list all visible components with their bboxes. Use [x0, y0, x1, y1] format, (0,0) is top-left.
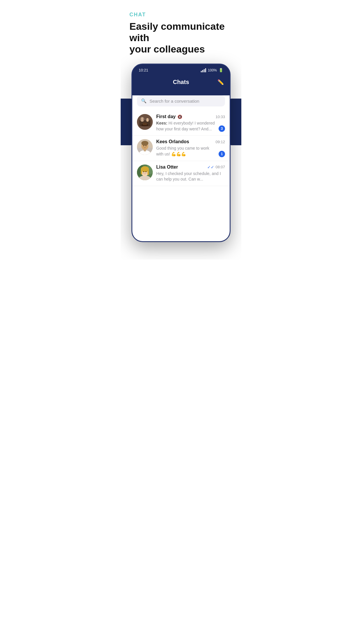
svg-point-17: [146, 146, 147, 146]
svg-rect-9: [143, 123, 147, 125]
svg-point-15: [141, 141, 148, 146]
svg-point-27: [143, 171, 144, 172]
chat-item-kees[interactable]: Kees Orlandos 09:12 Good thing you came …: [132, 136, 230, 161]
search-placeholder-text: Search for a conversation: [150, 99, 199, 104]
status-time: 10:21: [139, 68, 148, 72]
chat-name-lisa: Lisa Otter: [156, 164, 178, 170]
avatar-kees: [137, 139, 153, 155]
compose-icon[interactable]: ✏️: [217, 79, 224, 85]
chat-name-row-first-day: First day 🔇: [156, 114, 182, 119]
status-icons: 100% 🔋: [201, 68, 223, 72]
time-with-check-lisa: ✓✓ 08:07: [207, 165, 225, 169]
badge-wrap-kees: 1: [219, 151, 225, 157]
chat-body-lisa: Lisa Otter ✓✓ 08:07 Hey, I checked your …: [156, 164, 225, 182]
svg-point-3: [141, 117, 143, 120]
chat-item-lisa[interactable]: Lisa Otter ✓✓ 08:07 Hey, I checked your …: [132, 161, 230, 186]
chat-time-first-day: 10:33: [215, 115, 225, 119]
chat-name-row-lisa: Lisa Otter: [156, 164, 178, 170]
headline: Easily communicate with your colleagues: [129, 21, 233, 55]
chat-time-kees: 09:12: [215, 140, 225, 144]
unread-badge-kees: 1: [219, 151, 225, 157]
battery-percent: 100%: [208, 68, 217, 72]
svg-rect-4: [141, 119, 143, 122]
chat-preview-first-day: Kees: Hi everybody! I wondered how your …: [156, 120, 216, 132]
app-title: Chats: [173, 79, 189, 85]
chat-bottom-row-kees: Good thing you came to work with us! 💪💪💪…: [156, 146, 225, 157]
app-content: 🔍 Search for a conversation: [132, 95, 230, 241]
search-bar[interactable]: 🔍 Search for a conversation: [137, 95, 225, 106]
left-deco: [121, 99, 132, 145]
chat-preview-lisa: Hey, I checked your schedule, and I can …: [156, 171, 225, 182]
chat-name-kees: Kees Orlandos: [156, 139, 189, 144]
chat-time-lisa: 08:07: [215, 165, 225, 169]
chat-top-row-first-day: First day 🔇 10:33: [156, 114, 225, 119]
header-section: CHAT Easily communicate with your collea…: [121, 0, 241, 64]
chat-name-row-kees: Kees Orlandos: [156, 139, 189, 144]
chat-body-kees: Kees Orlandos 09:12 Good thing you came …: [156, 139, 225, 157]
badge-wrap-first-day: 3: [219, 125, 225, 132]
chat-list: First day 🔇 10:33 Kees: Hi everybody! I …: [132, 109, 230, 187]
svg-point-28: [145, 171, 147, 172]
avatar-kees-svg: [137, 139, 153, 155]
phone-frame: 10:21 100% 🔋 Chats ✏️: [131, 64, 231, 242]
svg-point-16: [143, 146, 144, 146]
battery-icon: 🔋: [219, 68, 223, 72]
chat-tag-label: CHAT: [129, 12, 233, 18]
signal-icon: [201, 68, 206, 72]
chat-bottom-row-lisa: Hey, I checked your schedule, and I can …: [156, 171, 225, 182]
chat-body-first-day: First day 🔇 10:33 Kees: Hi everybody! I …: [156, 114, 225, 132]
svg-rect-25: [141, 169, 142, 174]
search-icon: 🔍: [141, 98, 147, 104]
read-check-icon-lisa: ✓✓: [207, 165, 214, 169]
chat-name-first-day: First day: [156, 114, 176, 119]
status-bar: 10:21 100% 🔋: [132, 64, 230, 75]
headline-line1: Easily communicate with: [129, 21, 225, 43]
chat-preview-kees: Good thing you came to work with us! 💪💪💪: [156, 146, 216, 157]
right-deco: [230, 99, 241, 145]
chat-bottom-row-first-day: Kees: Hi everybody! I wondered how your …: [156, 120, 225, 132]
unread-badge-first-day: 3: [219, 125, 225, 132]
svg-rect-7: [147, 120, 148, 122]
page-wrapper: CHAT Easily communicate with your collea…: [121, 0, 241, 260]
chat-top-row-kees: Kees Orlandos 09:12: [156, 139, 225, 144]
headline-line2: your colleagues: [129, 43, 205, 55]
avatar-lisa: [137, 164, 153, 180]
avatar-group-svg: [137, 114, 153, 130]
chat-item-first-day[interactable]: First day 🔇 10:33 Kees: Hi everybody! I …: [132, 111, 230, 136]
avatar-lisa-svg: [137, 164, 153, 180]
chat-top-row-lisa: Lisa Otter ✓✓ 08:07: [156, 164, 225, 170]
svg-point-6: [147, 118, 148, 120]
avatar-first-day: [137, 114, 153, 130]
phone-wrapper: 10:21 100% 🔋 Chats ✏️: [121, 64, 241, 242]
app-header: Chats ✏️: [132, 75, 230, 91]
svg-rect-26: [147, 169, 149, 175]
mute-icon-first-day: 🔇: [178, 115, 182, 119]
